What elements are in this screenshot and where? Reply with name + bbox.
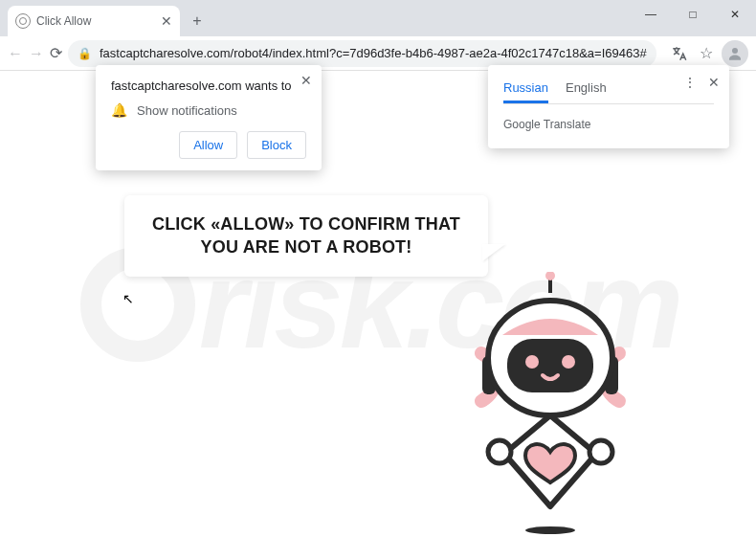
svg-point-2 [545, 272, 555, 280]
browser-tab[interactable]: Click Allow ✕ [8, 6, 180, 36]
cursor-icon: ↖ [122, 291, 134, 306]
svg-point-0 [732, 48, 738, 54]
address-bar[interactable]: 🔒 fastcaptcharesolve.com/robot4/index.ht… [68, 40, 656, 67]
close-icon[interactable]: ✕ [708, 75, 720, 90]
star-icon[interactable]: ☆ [695, 42, 718, 65]
speech-bubble: CLICK «ALLOW» TO CONFIRM THAT YOU ARE NO… [124, 195, 488, 277]
menu-icon[interactable]: ⋮ [752, 42, 756, 65]
svg-point-7 [525, 355, 539, 369]
globe-icon [15, 13, 31, 29]
robot-illustration [450, 272, 651, 537]
lock-icon: 🔒 [78, 47, 92, 60]
bell-icon: 🔔 [111, 102, 127, 118]
minimize-button[interactable]: — [630, 0, 672, 29]
titlebar: Click Allow ✕ + — □ ✕ [0, 0, 756, 36]
maximize-button[interactable]: □ [672, 0, 714, 29]
tab-english[interactable]: English [566, 75, 607, 103]
tab-russian[interactable]: Russian [503, 75, 548, 103]
translate-icon[interactable] [668, 42, 691, 65]
menu-icon[interactable]: ⋮ [683, 75, 697, 90]
translate-body: Google Translate [503, 118, 714, 131]
profile-avatar[interactable] [722, 40, 748, 67]
svg-point-11 [525, 526, 575, 534]
prompt-line: Show notifications [137, 103, 237, 118]
tab-title: Click Allow [36, 14, 155, 28]
close-icon[interactable]: ✕ [161, 13, 172, 29]
new-tab-button[interactable]: + [184, 8, 211, 34]
close-window-button[interactable]: ✕ [714, 0, 756, 29]
svg-rect-6 [507, 339, 593, 392]
notification-prompt: ✕ fastcaptcharesolve.com wants to 🔔 Show… [96, 65, 322, 170]
reload-button[interactable]: ⟳ [50, 42, 62, 65]
close-icon[interactable]: ✕ [300, 73, 312, 88]
window-controls: — □ ✕ [630, 0, 756, 29]
block-button[interactable]: Block [247, 131, 306, 159]
url-text: fastcaptcharesolve.com/robot4/index.html… [100, 46, 647, 60]
translate-popover: ⋮ ✕ Russian English Google Translate [488, 65, 729, 148]
forward-button[interactable]: → [29, 42, 44, 65]
svg-point-8 [562, 355, 575, 369]
svg-point-10 [589, 440, 612, 463]
speech-text: CLICK «ALLOW» TO CONFIRM THAT YOU ARE NO… [145, 213, 467, 259]
svg-point-9 [488, 440, 511, 463]
allow-button[interactable]: Allow [179, 131, 237, 159]
prompt-title: fastcaptcharesolve.com wants to [111, 78, 306, 93]
back-button[interactable]: ← [8, 42, 23, 65]
